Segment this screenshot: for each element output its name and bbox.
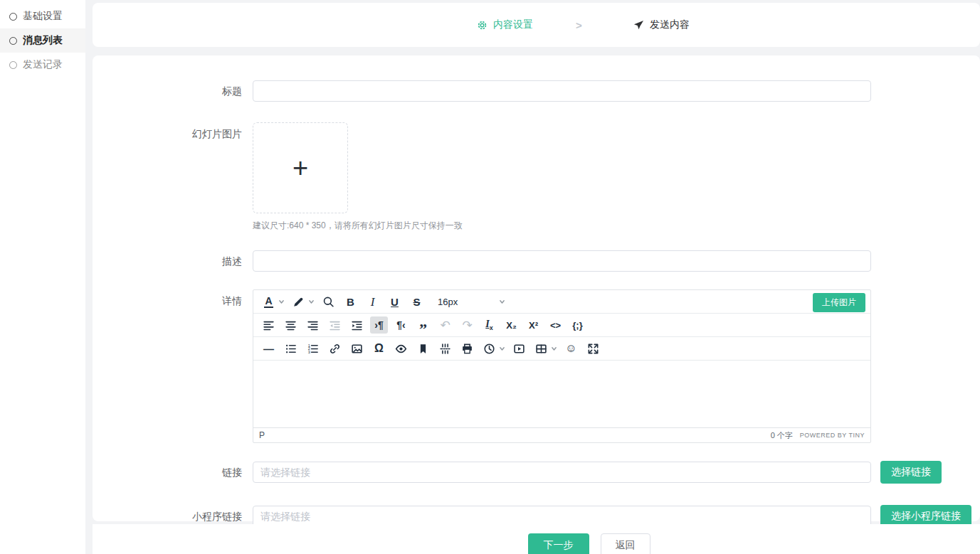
link-icon[interactable] [326,340,344,357]
rich-text-editor: ABIUS16px ›¶¶‹”↶↷IxX₂X²<>{;} —123Ω☺ 上传图片… [253,289,871,443]
step-content-settings[interactable]: 内容设置 [477,18,533,31]
slide-size-hint: 建议尺寸:640 * 350，请将所有幻灯片图片尺寸保持一致 [253,220,871,232]
indent-icon[interactable] [348,316,366,334]
step-label: 内容设置 [493,18,533,31]
media-icon[interactable] [510,340,528,357]
tiny-brand-link[interactable]: POWERED BY TINY [800,432,865,439]
special-character-icon[interactable]: Ω [370,340,388,357]
strikethrough-icon[interactable]: S [408,293,426,310]
svg-text:3: 3 [308,349,310,353]
step-label: 发送内容 [650,18,690,31]
preview-icon[interactable] [392,340,410,357]
outdent-icon [326,316,344,334]
table-icon[interactable] [532,340,550,357]
editor-toolbar-row-2: ›¶¶‹”↶↷IxX₂X²<>{;} [253,314,870,337]
background-color-chevron-icon[interactable] [307,293,315,310]
steps-bar: 内容设置 > 发送内容 [93,3,980,47]
bold-icon[interactable]: B [342,293,359,310]
sidebar-item-basic-settings[interactable]: 基础设置 [0,4,85,28]
rtl-paragraph-icon[interactable]: ¶‹ [392,316,410,334]
link-input[interactable] [253,462,871,483]
sidebar-item-label: 消息列表 [23,34,63,47]
back-button[interactable]: 返回 [601,533,650,554]
underline-icon[interactable]: U [386,293,404,310]
numbered-list-icon[interactable]: 123 [304,340,322,357]
align-center-icon[interactable] [282,316,300,334]
description-label: 描述 [93,250,253,272]
align-left-icon[interactable] [260,316,278,334]
paper-plane-icon [633,20,644,31]
image-icon[interactable] [348,340,366,357]
bullet-list-icon[interactable] [282,340,300,357]
font-size-value: 16px [438,297,458,307]
sidebar-item-message-list[interactable]: 消息列表 [0,28,85,53]
sidebar: 基础设置 消息列表 发送记录 [0,0,85,554]
background-color-icon[interactable] [290,293,307,310]
description-input[interactable] [253,250,871,272]
subscript-icon[interactable]: X₂ [502,316,520,334]
footer-action-bar: 下一步 返回 [93,524,980,554]
sidebar-item-send-records[interactable]: 发送记录 [0,53,85,77]
select-link-button[interactable]: 选择链接 [880,461,942,484]
content-form-card: 标题 幻灯片图片 + 建议尺寸:640 * 350，请将所有幻灯片图片尺寸保持一… [93,55,980,521]
circle-icon [9,13,17,21]
sidebar-item-label: 发送记录 [23,58,63,71]
code-icon[interactable]: <> [547,316,564,334]
superscript-icon[interactable]: X² [525,316,542,334]
text-color-chevron-icon[interactable] [278,293,285,310]
fullscreen-icon[interactable] [584,340,602,357]
font-size-select[interactable]: 16px [433,292,510,311]
blockquote-icon[interactable]: ” [414,316,432,334]
upload-image-button[interactable]: 上传图片 [813,293,865,312]
step-send-content[interactable]: 发送内容 [633,18,690,31]
remove-format-icon[interactable]: Ix [480,316,498,334]
gear-icon [477,20,488,31]
print-icon[interactable] [458,340,476,357]
title-label: 标题 [93,80,253,102]
horizontal-rule-icon[interactable]: — [260,340,278,357]
search-replace-icon[interactable] [320,293,337,310]
redo-icon: ↷ [458,316,476,334]
editor-toolbar-row-3: —123Ω☺ [253,337,870,361]
editor-statusbar: P 0 个字 POWERED BY TINY [253,427,870,442]
sidebar-item-label: 基础设置 [23,10,63,23]
undo-icon: ↶ [436,316,454,334]
text-color-icon[interactable]: A [260,293,278,310]
element-path[interactable]: P [259,430,265,440]
circle-icon [9,61,17,69]
slides-label: 幻灯片图片 [93,122,253,232]
slide-image-upload[interactable]: + [253,122,348,213]
emoticons-icon[interactable]: ☺ [562,340,580,357]
title-input[interactable] [253,80,871,102]
page-break-icon[interactable] [436,340,454,357]
next-step-button[interactable]: 下一步 [528,533,589,554]
code-sample-icon[interactable]: {;} [569,316,586,334]
step-separator: > [576,19,582,31]
main-area: 内容设置 > 发送内容 标题 幻灯片图片 + 建议尺寸:6 [85,0,980,554]
italic-icon[interactable]: I [364,293,381,310]
editor-toolbar-row-1: ABIUS16px [253,290,870,314]
link-label: 链接 [93,462,253,483]
table-chevron-icon[interactable] [550,340,558,357]
editor-content-area[interactable] [253,361,870,427]
datetime-icon[interactable] [480,340,498,357]
plus-icon: + [293,154,308,181]
datetime-chevron-icon[interactable] [498,340,506,357]
ltr-paragraph-icon[interactable]: ›¶ [370,316,388,334]
circle-icon [9,37,17,45]
detail-label: 详情 [93,289,253,443]
word-count: 0 个字 [771,430,793,441]
anchor-icon[interactable] [414,340,432,357]
align-right-icon[interactable] [304,316,322,334]
